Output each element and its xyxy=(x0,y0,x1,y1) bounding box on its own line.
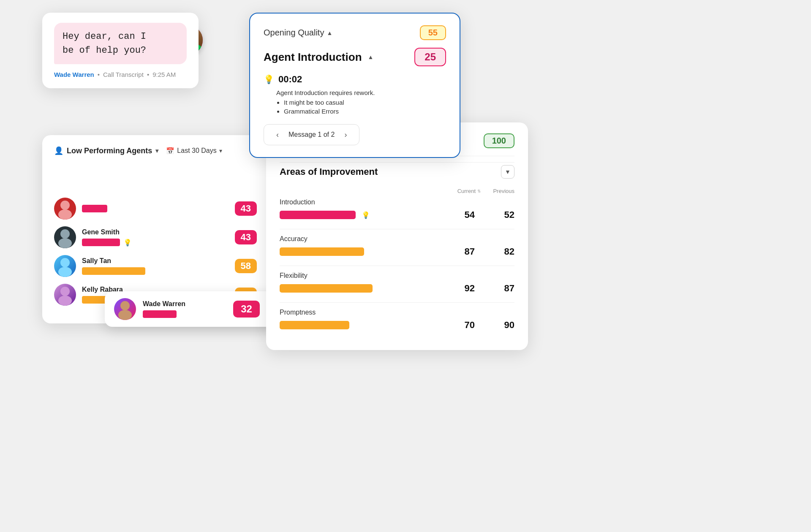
meta-type: Call Transcript xyxy=(103,71,144,78)
introduction-score-current: 54 xyxy=(441,209,475,220)
svg-point-3 xyxy=(58,209,72,220)
metric-promptness: Promptness 70 90 xyxy=(280,309,514,331)
chat-time: 9:25 AM xyxy=(152,71,176,78)
gene-name: Gene Smith xyxy=(82,228,229,236)
metric-introduction-label: Introduction xyxy=(280,198,514,206)
bullet-2: Grammatical Errors xyxy=(284,108,446,115)
date-filter-button[interactable]: 📅 Last 30 Days ▾ xyxy=(166,147,222,155)
agents-title-button[interactable]: 👤 Low Performing Agents ▾ xyxy=(54,146,158,155)
agents-title: Low Performing Agents xyxy=(67,147,152,155)
bulb-icon: 💡 xyxy=(264,74,274,84)
accuracy-score-current: 87 xyxy=(441,246,475,257)
flexibility-bar xyxy=(280,284,373,293)
introduction-bar xyxy=(280,211,356,219)
agents-icon: 👤 xyxy=(54,146,63,155)
calendar-icon: 📅 xyxy=(166,147,174,155)
intro-bullets: It might be too casual Grammatical Error… xyxy=(264,99,446,115)
sally-name: Sally Tan xyxy=(82,257,229,265)
filter-button[interactable]: ▼ xyxy=(501,165,514,179)
chat-bubble: Hey dear, can I be of help you? xyxy=(54,23,187,64)
greeting-score: 100 xyxy=(484,133,514,148)
sally-info: Sally Tan xyxy=(82,257,229,275)
timestamp-row: 💡 00:02 xyxy=(264,74,446,85)
svg-point-9 xyxy=(58,296,72,306)
opening-quality-row: Opening Quality ▲ 55 xyxy=(264,25,446,40)
sally-score: 58 xyxy=(235,259,257,273)
agent2-bar xyxy=(82,205,107,212)
svg-point-1 xyxy=(118,310,132,320)
timestamp: 00:02 xyxy=(278,74,302,85)
nav-prev-button[interactable]: ‹ xyxy=(272,129,283,141)
gene-score: 43 xyxy=(235,230,257,244)
areas-title: Areas of Improvement xyxy=(280,166,378,177)
agent2-avatar xyxy=(54,198,76,220)
wade-score: 32 xyxy=(233,301,260,318)
agents-header: 👤 Low Performing Agents ▾ 📅 Last 30 Days… xyxy=(54,146,280,155)
accuracy-score-prev: 82 xyxy=(481,246,514,257)
flexibility-score-prev: 87 xyxy=(481,283,514,294)
metric-accuracy: Accuracy 87 82 xyxy=(280,235,514,257)
svg-point-0 xyxy=(120,301,130,310)
agent-name: Wade Warren xyxy=(54,71,94,78)
gene-avatar xyxy=(54,226,76,248)
message-nav-label: Message 1 of 2 xyxy=(288,131,335,138)
date-filter-label: Last 30 Days xyxy=(177,147,216,155)
col-previous-label: Previous xyxy=(481,188,514,194)
wade-highlight-card[interactable]: Wade Warren 32 -42% xyxy=(105,291,291,327)
opening-quality-score: 55 xyxy=(420,25,446,40)
metric-introduction: Introduction 💡 54 52 xyxy=(280,198,514,220)
sally-avatar xyxy=(54,255,76,277)
gene-bulb-icon: 💡 xyxy=(123,239,132,247)
agents-dropdown-icon: ▾ xyxy=(155,147,158,154)
svg-point-6 xyxy=(60,258,70,267)
col-current-label: Current ⇅ xyxy=(438,188,481,194)
flexibility-score-current: 92 xyxy=(441,283,475,294)
svg-point-5 xyxy=(58,238,72,248)
svg-point-8 xyxy=(60,287,70,296)
intro-score-badge: 25 xyxy=(414,48,446,66)
chat-meta: Wade Warren • Call Transcript • 9:25 AM xyxy=(54,71,187,78)
sally-bar xyxy=(82,267,145,275)
svg-point-7 xyxy=(58,267,72,277)
agent-row-2[interactable]: 43 xyxy=(54,198,280,220)
opening-quality-label: Opening Quality xyxy=(264,28,324,38)
message-nav: ‹ Message 1 of 2 › xyxy=(264,124,359,145)
date-dropdown-icon: ▾ xyxy=(219,147,222,154)
areas-header: Areas of Improvement ▼ xyxy=(280,162,514,179)
intro-description: Agent Introduction requires rework. xyxy=(264,89,446,96)
meta-separator2: • xyxy=(147,71,149,78)
agent2-score: 43 xyxy=(235,201,257,216)
gene-bar xyxy=(82,239,120,246)
gene-info: Gene Smith 💡 xyxy=(82,228,229,247)
chevron-up-icon: ▲ xyxy=(327,30,332,36)
agent-row-gene[interactable]: Gene Smith 💡 43 -21% xyxy=(54,226,280,248)
columns-row: Current ⇅ Previous xyxy=(280,188,514,194)
chat-card: Hey dear, can I be of help you? Wade War… xyxy=(42,13,199,88)
introduction-bulb-icon: 💡 xyxy=(362,211,370,219)
sort-icon: ⇅ xyxy=(477,189,481,193)
wade-info: Wade Warren xyxy=(143,300,226,318)
intro-title-text: Agent Introduction xyxy=(264,51,362,64)
agents-card: 👤 Low Performing Agents ▾ 📅 Last 30 Days… xyxy=(42,135,291,323)
promptness-bar xyxy=(280,321,349,329)
wade-avatar xyxy=(114,298,136,320)
promptness-score-prev: 90 xyxy=(481,320,514,331)
meta-separator: • xyxy=(98,71,100,78)
intro-header: Agent Introduction ▲ 25 xyxy=(264,48,446,66)
wade-bar xyxy=(143,310,177,318)
promptness-score-current: 70 xyxy=(441,320,475,331)
metric-flexibility-label: Flexibility xyxy=(280,272,514,280)
intro-title: Agent Introduction ▲ xyxy=(264,51,373,64)
svg-point-4 xyxy=(60,229,70,239)
nav-next-button[interactable]: › xyxy=(340,129,351,141)
svg-point-2 xyxy=(60,201,70,210)
agent-row-sally[interactable]: Sally Tan 58 +5% xyxy=(54,255,280,277)
kelly-avatar xyxy=(54,284,76,306)
bullet-1: It might be too casual xyxy=(284,99,446,106)
agent-introduction-card: Opening Quality ▲ 55 Agent Introduction … xyxy=(249,13,460,158)
metric-accuracy-label: Accuracy xyxy=(280,235,514,243)
agent2-info xyxy=(82,205,229,212)
metric-flexibility: Flexibility 92 87 xyxy=(280,272,514,294)
metric-promptness-label: Promptness xyxy=(280,309,514,316)
wade-name: Wade Warren xyxy=(143,300,226,308)
